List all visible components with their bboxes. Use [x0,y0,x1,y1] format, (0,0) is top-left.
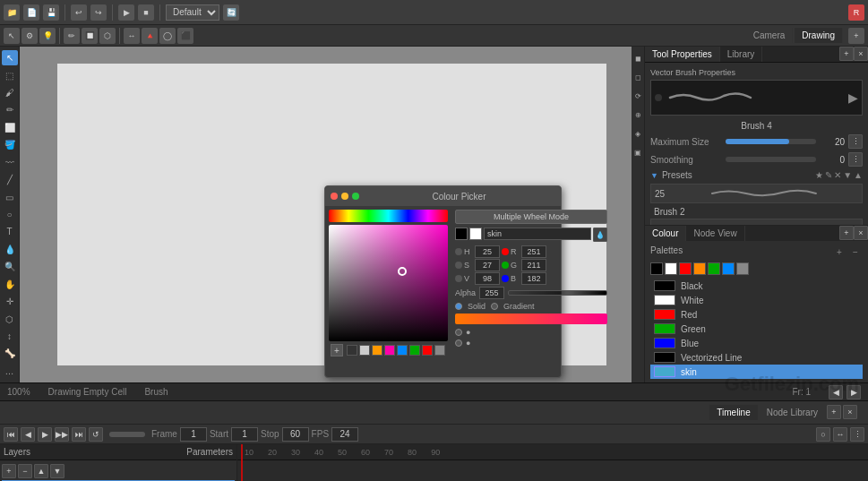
cp-btn2[interactable]: ● [455,339,607,348]
zoom-tool[interactable]: 🔍 [2,259,18,274]
line-tool[interactable]: ╱ [2,172,18,187]
move-down-btn[interactable]: ▼ [50,464,64,478]
swatch-blue[interactable] [722,262,735,275]
redo-icon[interactable]: ↪ [90,4,107,21]
select-tool[interactable]: ↖ [4,28,20,44]
swatch-extra[interactable] [736,262,749,275]
cp-bg-swatch[interactable] [469,228,482,240]
cp-swatch4[interactable] [384,345,395,356]
cp-maximize[interactable] [352,193,359,200]
rect-tool[interactable]: ▭ [2,189,18,204]
palette-remove[interactable]: − [848,245,863,259]
cp-close[interactable] [331,193,338,200]
cp-v-input[interactable] [475,272,500,285]
refresh-icon[interactable]: 🔄 [223,4,239,21]
smoothing-expand[interactable]: ⋮ [848,152,863,167]
preset-icon1[interactable]: ★ [815,170,823,180]
cp-swatch2[interactable] [359,345,370,356]
tool3-icon[interactable]: 🔲 [82,28,98,44]
tool6-icon[interactable]: 🔺 [142,28,158,44]
palette-skin[interactable]: skin [650,365,863,379]
cp-search-input[interactable] [484,228,591,240]
palette-add[interactable]: + [832,245,847,259]
tab-node-view[interactable]: Node View [686,226,744,241]
cp-btn1[interactable]: ● [455,328,607,337]
play-start-btn[interactable]: ⏮ [4,427,18,442]
paint-tool[interactable]: 🪣 [2,137,18,152]
cp-b-input[interactable] [521,272,546,285]
move-up-btn[interactable]: ▲ [34,464,48,478]
cp-g-input[interactable] [521,259,546,271]
palette-black[interactable]: Black [650,279,863,293]
frames-area[interactable]: 10 20 30 40 50 60 70 80 90 [237,444,868,481]
status-prev[interactable]: ◀ [829,385,843,399]
cp-fg-swatch[interactable] [455,228,468,240]
palette-red[interactable]: Red [650,307,863,322]
pivot-tool[interactable]: ✛ [2,294,18,309]
cp-swatch8[interactable] [434,345,445,356]
fps-input[interactable] [331,427,358,442]
start-input[interactable] [231,427,258,442]
panel-pin[interactable]: + [839,47,854,61]
preset-item-1[interactable]: 25 [650,184,863,203]
canvas-tool5[interactable]: ◈ [630,125,644,142]
tool4-icon[interactable]: ⬡ [99,28,116,44]
canvas-area[interactable]: ◼ ◻ ⟳ ⊕ ◈ ▣ Colour Picker [20,47,644,382]
canvas-tool4[interactable]: ⊕ [630,107,644,123]
panel-close[interactable]: × [854,47,868,61]
cp-alpha-input[interactable] [479,287,504,299]
timeline-expand[interactable]: + [827,405,841,419]
canvas-tool2[interactable]: ◻ [630,69,644,85]
tab-timeline[interactable]: Timeline [709,405,757,420]
preset-icon3[interactable]: ✕ [834,170,841,180]
select-tool[interactable]: ⬚ [2,67,18,82]
cp-minimize[interactable] [341,193,348,200]
cp-swatch6[interactable] [409,345,420,356]
presets-arrow[interactable]: ▼ [650,171,658,180]
preset-icon4[interactable]: ▼ [843,170,852,180]
deform-tool[interactable]: ↕ [2,329,18,344]
tool2-icon[interactable]: ✏ [64,28,80,44]
cp-solid-radio[interactable] [455,303,462,310]
eyedrop-tool[interactable]: 💧 [2,242,18,257]
settings-icon[interactable]: ⚙ [21,28,38,44]
palette-green[interactable]: Green [650,322,863,336]
cp-opt1-radio[interactable] [455,329,462,336]
frame-input[interactable] [180,427,207,442]
preset-icon5[interactable]: ▲ [854,170,863,180]
motion-btn[interactable]: ↔ [833,427,847,442]
cp-hue-bar[interactable] [329,210,448,222]
status-next[interactable]: ▶ [847,385,861,399]
colour-expand[interactable]: + [839,226,854,240]
preset-icon2[interactable]: ✎ [825,170,832,180]
tool5-icon[interactable]: ↔ [124,28,140,44]
tool7-icon[interactable]: ◯ [159,28,176,44]
undo-icon[interactable]: ↩ [71,4,87,21]
tab-camera[interactable]: Camera [746,28,794,43]
cp-s-input[interactable] [475,259,500,271]
panel-toggle[interactable]: + [848,28,864,44]
workspace-dropdown[interactable]: Default [166,4,219,21]
hand-tool[interactable]: ✋ [2,276,18,291]
cp-r-input[interactable] [521,245,546,258]
tab-node-library[interactable]: Node Library [760,405,825,420]
cp-h-input[interactable] [475,245,500,258]
max-size-expand[interactable]: ⋮ [848,134,863,149]
play-icon[interactable]: ▶ [118,4,134,21]
tab-colour[interactable]: Colour [645,226,686,241]
swatch-green[interactable] [708,262,720,275]
play-end-btn[interactable]: ⏭ [72,427,86,442]
swatch-white[interactable] [665,262,677,275]
ellipse-tool[interactable]: ○ [2,207,18,222]
brush-next[interactable]: ▶ [848,90,858,105]
contour-tool[interactable]: 〰 [2,155,18,170]
playback-bar[interactable] [109,432,145,437]
pencil-tool[interactable]: ✏ [2,102,18,117]
eraser-tool[interactable]: ⬜ [2,120,18,135]
node-tool[interactable]: ⬡ [2,311,18,326]
canvas-tool3[interactable]: ⟳ [630,88,644,104]
tab-library[interactable]: Library [720,47,763,62]
timeline-close[interactable]: × [843,405,857,419]
cp-swatch1[interactable] [347,345,357,356]
cp-opt2-radio[interactable] [455,339,462,347]
